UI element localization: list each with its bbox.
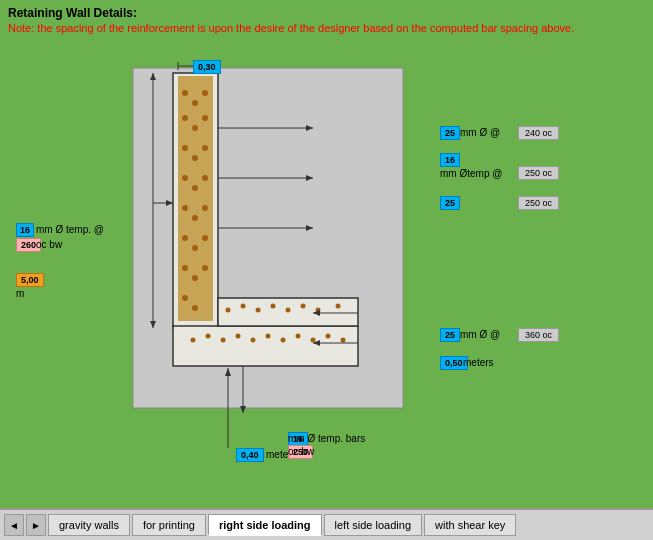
svg-point-46 (336, 304, 341, 309)
svg-point-40 (241, 304, 246, 309)
svg-point-24 (182, 295, 188, 301)
svg-point-18 (182, 235, 188, 241)
height-unit-text: m (16, 288, 24, 299)
row3-oc-label: 250 oc (518, 196, 559, 210)
svg-point-5 (202, 90, 208, 96)
top-dimension-label: 0,30 (193, 60, 221, 74)
row1-text: mm Ø @ (460, 127, 500, 138)
svg-point-42 (271, 304, 276, 309)
tab-right-side-loading[interactable]: right side loading (208, 514, 322, 536)
svg-point-8 (202, 115, 208, 121)
svg-point-29 (221, 338, 226, 343)
tab-scroll-left[interactable]: ◄ (4, 514, 24, 536)
svg-point-41 (256, 308, 261, 313)
row2-bar-label: 16 (440, 153, 460, 167)
svg-point-31 (251, 338, 256, 343)
row1-bar-label: 25 (440, 126, 460, 140)
row4-bar-label: 25 (440, 328, 460, 342)
row1-oc-label: 240 oc (518, 126, 559, 140)
svg-point-14 (202, 175, 208, 181)
svg-marker-68 (225, 368, 231, 376)
tab-gravity-walls[interactable]: gravity walls (48, 514, 130, 536)
svg-point-13 (192, 185, 198, 191)
svg-point-16 (192, 215, 198, 221)
svg-point-33 (281, 338, 286, 343)
svg-point-30 (236, 334, 241, 339)
svg-point-36 (326, 334, 331, 339)
svg-point-4 (192, 100, 198, 106)
tab-scroll-right[interactable]: ► (26, 514, 46, 536)
svg-point-7 (192, 125, 198, 131)
svg-point-9 (182, 145, 188, 151)
row4-text: mm Ø @ (460, 329, 500, 340)
svg-point-19 (192, 245, 198, 251)
svg-point-35 (311, 338, 316, 343)
row2-oc-label: 250 oc (518, 166, 559, 180)
svg-point-43 (286, 308, 291, 313)
svg-point-23 (202, 265, 208, 271)
left-temp-bar-label: 16 (16, 223, 34, 237)
svg-point-39 (226, 308, 231, 313)
tab-for-printing[interactable]: for printing (132, 514, 206, 536)
svg-point-44 (301, 304, 306, 309)
bottom-arrow (138, 358, 318, 458)
tab-left-side-loading[interactable]: left side loading (324, 514, 422, 536)
svg-point-3 (182, 90, 188, 96)
note-text: Note: the spacing of the reinforcement i… (8, 22, 645, 34)
row3-bar-label: 25 (440, 196, 460, 210)
row2-text: mm Øtemp @ (440, 168, 502, 179)
row4-oc-label: 360 oc (518, 328, 559, 342)
height-value-label: 5,00 (16, 273, 44, 287)
diagram-area: 0,30 16 mm Ø temp. @ 260 oc bw 5,00 m 25… (8, 38, 645, 478)
svg-rect-2 (178, 76, 213, 321)
row5-unit-text: meters (463, 357, 494, 368)
svg-point-15 (182, 205, 188, 211)
svg-point-21 (182, 265, 188, 271)
svg-point-34 (296, 334, 301, 339)
svg-point-27 (191, 338, 196, 343)
svg-point-22 (192, 275, 198, 281)
svg-point-25 (192, 305, 198, 311)
left-oc-text: oc bw (36, 239, 62, 250)
tab-with-shear-key[interactable]: with shear key (424, 514, 516, 536)
svg-point-37 (341, 338, 346, 343)
left-temp-text: mm Ø temp. @ (36, 224, 104, 235)
svg-point-17 (202, 205, 208, 211)
svg-point-32 (266, 334, 271, 339)
svg-point-20 (202, 235, 208, 241)
svg-point-28 (206, 334, 211, 339)
tab-bar: ◄ ► gravity walls for printing right sid… (0, 508, 653, 540)
svg-point-11 (202, 145, 208, 151)
svg-point-10 (192, 155, 198, 161)
svg-point-12 (182, 175, 188, 181)
svg-point-6 (182, 115, 188, 121)
page-title: Retaining Wall Details: (8, 6, 645, 20)
